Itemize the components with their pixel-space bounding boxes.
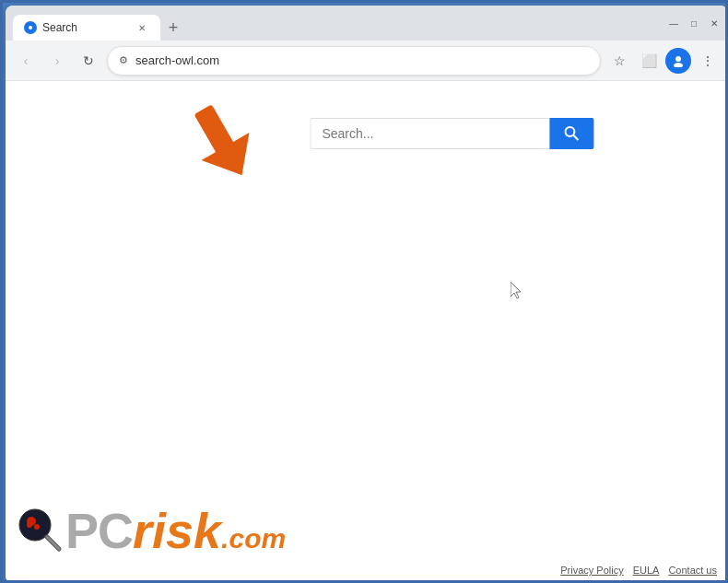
minimize-button[interactable]: — <box>667 17 680 29</box>
svg-line-13 <box>47 537 59 549</box>
title-bar: Search ✕ + — □ ✕ <box>6 6 728 41</box>
svg-line-7 <box>573 135 578 140</box>
pcrisk-magnifier-icon <box>15 505 65 555</box>
pcrisk-text: PC risk .com <box>65 506 286 555</box>
privacy-policy-link[interactable]: Privacy Policy <box>560 565 623 576</box>
orange-arrow-svg <box>185 99 259 182</box>
footer-links: Privacy Policy EULA Contact us <box>560 565 717 576</box>
page-content: PC risk .com Privacy Policy EULA Contact… <box>6 81 728 583</box>
forward-button[interactable]: › <box>44 48 70 74</box>
extensions-button[interactable]: ⬜ <box>636 48 662 74</box>
pcrisk-risk: risk <box>133 506 221 555</box>
search-input[interactable] <box>310 118 549 149</box>
svg-point-2 <box>675 56 681 62</box>
mouse-cursor <box>511 282 522 298</box>
tab-title: Search <box>42 21 129 34</box>
new-tab-button[interactable]: + <box>160 15 186 41</box>
nav-actions: ☆ ⬜ ⋮ <box>606 48 721 74</box>
browser-window: Search ✕ + — □ ✕ ‹ › ↻ ⚙ search-owl.com … <box>6 6 728 583</box>
eula-link[interactable]: EULA <box>633 565 660 576</box>
address-secure-icon: ⚙ <box>119 54 128 66</box>
tab-favicon <box>24 21 37 34</box>
svg-point-6 <box>565 127 574 136</box>
profile-button[interactable] <box>665 48 691 74</box>
close-button[interactable]: ✕ <box>708 17 721 29</box>
tab-bar: Search ✕ + <box>13 6 656 41</box>
search-icon <box>564 126 579 141</box>
window-controls: — □ ✕ <box>660 17 721 29</box>
active-tab[interactable]: Search ✕ <box>13 15 160 41</box>
search-container <box>310 118 593 149</box>
pcrisk-logo: PC risk .com <box>15 505 286 555</box>
bookmark-button[interactable]: ☆ <box>606 48 632 74</box>
svg-point-1 <box>29 26 32 29</box>
navigation-bar: ‹ › ↻ ⚙ search-owl.com ☆ ⬜ ⋮ <box>6 41 728 81</box>
svg-point-3 <box>674 63 683 67</box>
tab-close-button[interactable]: ✕ <box>135 20 149 35</box>
search-button[interactable] <box>549 118 593 149</box>
contact-us-link[interactable]: Contact us <box>668 565 717 576</box>
arrow-indicator <box>185 99 259 186</box>
back-button[interactable]: ‹ <box>13 48 39 74</box>
address-bar[interactable]: ⚙ search-owl.com <box>107 46 601 76</box>
reload-button[interactable]: ↻ <box>76 48 101 74</box>
maximize-button[interactable]: □ <box>687 17 700 29</box>
address-text: search-owl.com <box>135 53 589 67</box>
svg-point-11 <box>27 522 32 528</box>
pcrisk-pc: PC <box>65 506 133 555</box>
pcrisk-dotcom: .com <box>221 523 286 554</box>
svg-point-10 <box>34 524 40 530</box>
menu-button[interactable]: ⋮ <box>695 48 721 74</box>
